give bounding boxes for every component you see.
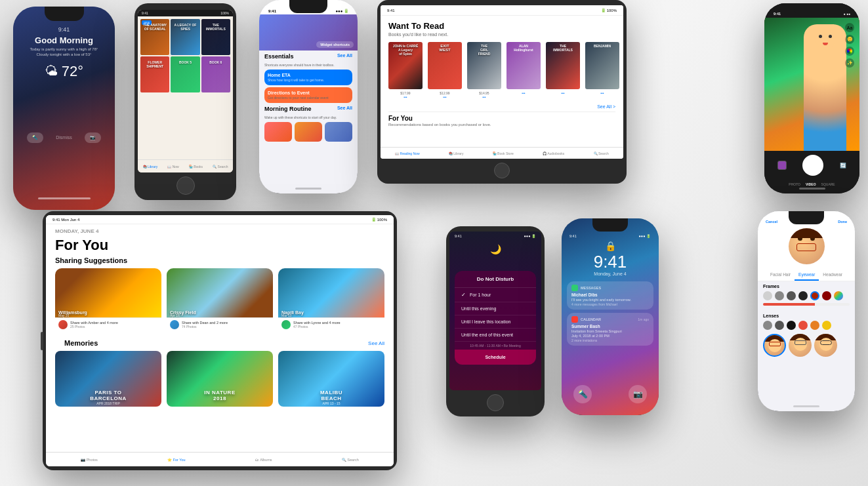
ipad-photos-home-button[interactable] [41, 332, 43, 350]
ipad-book-1[interactable]: JOHN le CARRÉA Legacyof Spies $17.99 ••• [388, 42, 423, 99]
nav-audiobooks[interactable]: 🎧 Audiobooks [543, 152, 564, 155]
ipad-book-5[interactable]: THEIMMORTALS ••• [546, 42, 580, 99]
frame-color-white[interactable] [763, 291, 772, 300]
book-item-5[interactable]: BOOK 5 [171, 56, 199, 92]
frame-color-darkred[interactable] [822, 291, 831, 300]
memory-paris[interactable]: PARIS TOBARCELONA APR 2018 TRIP [55, 351, 161, 407]
directions-card[interactable]: Directions to Event Get directions to yo… [264, 87, 352, 103]
mode-photo[interactable]: PHOTO [789, 182, 800, 186]
frame-color-darkgray[interactable] [787, 291, 796, 300]
iphone-weather-device: 9:41 Good Morning Today is partly sunny … [13, 7, 115, 210]
ipad-books-screen: 9:41 🔋 100% Want To Read Books you'd lik… [381, 5, 623, 159]
ipad-book-4[interactable]: ALANHollinghurst ••• [506, 42, 541, 99]
memoji-cancel-button[interactable]: Cancel [766, 220, 777, 224]
nav-photos[interactable]: 📷 Photos [81, 458, 98, 462]
ipad-book-3[interactable]: THEGIRLFRIEND $14.95 ••• [467, 42, 501, 99]
nav-search-photos[interactable]: 🔍 Search [342, 458, 359, 462]
nav-reading-now[interactable]: 📖 Reading Now [395, 152, 419, 155]
nav-library[interactable]: 📚 Library [449, 152, 464, 155]
dnd-schedule-button[interactable]: Schedule [455, 350, 536, 365]
frames-slider[interactable] [763, 303, 850, 306]
ls-camera-button[interactable]: 📷 [629, 385, 647, 403]
memoji-variant-3[interactable] [814, 334, 837, 357]
camera-shutter-button[interactable] [802, 155, 823, 176]
dnd-screen: 9:41 ●●● 🔋 🌙 Do Not Disturb ✓ For 1 hour… [449, 232, 541, 390]
book-item-3[interactable]: THE IMMORTALS [201, 19, 230, 55]
morning-see-all[interactable]: See All [337, 106, 352, 113]
memoji-variant-1[interactable] [763, 334, 786, 357]
morning-card-1[interactable] [264, 122, 292, 142]
nav-for-you[interactable]: ⭐ For You [167, 458, 186, 462]
book-item-6[interactable]: BOOK 6 [201, 56, 230, 92]
emoji-tool[interactable]: 😊 [845, 35, 854, 44]
morning-card-2[interactable] [295, 122, 322, 142]
memories-see-all[interactable]: See All [368, 340, 384, 346]
memoji-done-button[interactable]: Done [838, 220, 847, 224]
dnd-option-1-hour[interactable]: ✓ For 1 hour [455, 288, 536, 302]
see-all-link[interactable]: See All [337, 53, 352, 61]
book-item-1[interactable]: NEW THE ANATOMY OF SCANDAL [140, 19, 169, 55]
suggestion-williamsburg[interactable]: Williamsburg May 20 Share with Amber and… [55, 268, 161, 331]
lens-yellow[interactable] [822, 321, 831, 330]
camera-flip-button[interactable]: 🔄 [840, 163, 846, 169]
suggestion-napili-bay[interactable]: Napili Bay Mar 10 Share with Lynne and 4… [278, 268, 384, 331]
ls-messages-notification[interactable]: MESSAGES Michael Dibs I'll see you brigh… [567, 281, 653, 310]
ipad-book-6[interactable]: BENJAMIN ••• [585, 42, 619, 99]
lens-darkgray[interactable] [775, 321, 784, 330]
frame-color-gray[interactable] [775, 291, 784, 300]
mode-video[interactable]: VIDEO [806, 182, 816, 186]
memoji-variant-2[interactable] [789, 334, 812, 357]
frame-color-red-selected[interactable] [810, 291, 819, 300]
nav-book-store[interactable]: 🏪 Book Store [493, 152, 514, 155]
nav-search[interactable]: 🔍 Search [213, 165, 228, 169]
home-eta-card[interactable]: Home ETA Show how long it will take to g… [264, 70, 352, 85]
tab-headwear[interactable]: Headwear [819, 270, 846, 281]
memory-nature[interactable]: IN NATURE2018 [167, 351, 273, 407]
ipad-home-button[interactable] [494, 163, 510, 178]
tab-eyewear[interactable]: Eyewear [795, 270, 819, 281]
ls-flashlight-button[interactable]: 🔦 [573, 385, 592, 403]
mode-square[interactable]: SQUARE [821, 182, 835, 186]
dismiss-button[interactable]: Dismiss [56, 135, 72, 140]
ipad-book-2[interactable]: EXITWEST $12.99 ••• [428, 42, 462, 99]
book-item-2[interactable]: A LEGACY OF SPIES [171, 19, 199, 55]
camera-quick-button[interactable]: 📷 [85, 132, 101, 143]
ipad-see-all[interactable]: See All > [388, 104, 615, 109]
lens-black[interactable] [787, 321, 796, 330]
book-item-4[interactable]: FLOWER SHIPMENT [140, 56, 169, 92]
dnd-title: Do Not Disturb [455, 271, 536, 288]
lens-orange[interactable] [810, 321, 819, 330]
lens-gray[interactable] [763, 321, 772, 330]
morning-card-3[interactable] [325, 122, 352, 142]
lens-red[interactable] [798, 321, 808, 330]
dnd-option-location[interactable]: Until I leave this location [455, 315, 536, 329]
ls-calendar-notification[interactable]: CALENDAR 1m ago Summer Bash Invitation f… [567, 313, 653, 346]
nav-books[interactable]: 🏪 Books [189, 165, 203, 169]
home-button[interactable] [176, 176, 195, 195]
flashlight-button[interactable]: 🔦 [27, 132, 43, 143]
right-eye [829, 35, 832, 38]
color-swatch-tool[interactable] [845, 47, 854, 56]
iphone-lockscreen-device: 9:41 ●●● 🔋 🔒 9:41 Monday, June 4 MESSAGE… [562, 218, 659, 415]
photos-for-you-title: For You [46, 237, 394, 254]
suggestion-crissy-field[interactable]: Crissy Field Apr 16 Share with Dean and … [167, 268, 273, 331]
sticker-tool[interactable]: ✨ [845, 58, 854, 68]
aa-tool[interactable]: Aa [845, 23, 854, 32]
widget-shortcuts-badge: Widget shortcuts [316, 41, 354, 48]
frame-color-rainbow[interactable] [834, 291, 843, 300]
dnd-option-event[interactable]: Until the end of this event [455, 329, 536, 342]
memory-malibu[interactable]: MALIBUBEACH APR 13 - 15 [278, 351, 384, 407]
dnd-option-evening[interactable]: Until this evening [455, 302, 536, 315]
nav-search[interactable]: 🔍 Search [594, 152, 609, 155]
nav-now[interactable]: 📖 Now [167, 165, 178, 169]
camera-notch [794, 3, 830, 16]
frame-color-black[interactable] [798, 291, 808, 300]
dnd-home-button[interactable] [487, 394, 504, 411]
tab-facial-hair[interactable]: Facial Hair [766, 270, 795, 281]
lockscreen-notch [592, 218, 628, 232]
shortcuts-hero-image: Widget shortcuts [259, 14, 358, 51]
camera-thumbnail[interactable] [777, 161, 787, 170]
nav-library[interactable]: 📚 Library [143, 165, 158, 169]
message-more: 4 more messages from Michael [571, 302, 649, 306]
nav-albums[interactable]: 🗂 Albums [255, 458, 272, 462]
